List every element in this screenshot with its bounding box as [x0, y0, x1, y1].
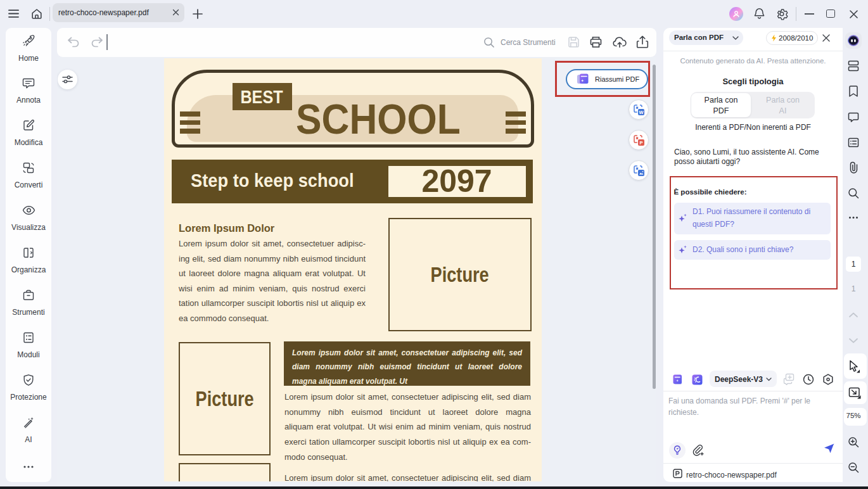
svg-text:W: W	[639, 109, 644, 115]
svg-text:P: P	[639, 139, 642, 145]
